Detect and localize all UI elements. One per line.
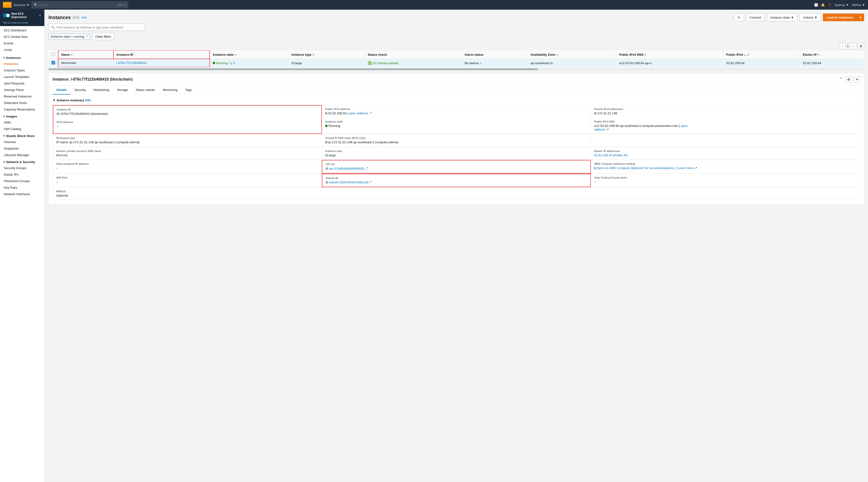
copy-icon[interactable]: ⧉ (594, 112, 596, 115)
instance-type-cell: t3.large (288, 59, 365, 67)
elastic-ip-link[interactable]: 52.62.208.64 [Public IP] (594, 153, 627, 157)
pagination-next-button[interactable]: › (850, 43, 857, 49)
select-all-checkbox[interactable] (52, 53, 55, 56)
drag-handle[interactable]: ≡ (840, 76, 842, 83)
services-menu[interactable]: Services ▼ (13, 3, 30, 7)
row-checkbox[interactable] (52, 61, 55, 64)
optimizer-link[interactable]: Opt-in to AWS Compute Optimizer for reco… (596, 166, 675, 170)
sidebar-category-instances[interactable]: ▼ Instances (0, 54, 44, 61)
refresh-button[interactable]: ↻ (734, 13, 744, 21)
ip-sort-icon[interactable]: ▽ (747, 54, 749, 56)
column-preferences-button[interactable]: ⚙ (858, 43, 864, 49)
tab-tags[interactable]: Tags (181, 86, 196, 95)
sidebar-item-elastic-ips[interactable]: Elastic IPs (0, 171, 44, 178)
sidebar-item-spot-requests[interactable]: Spot Requests (0, 80, 44, 87)
copy-icon[interactable]: ⧉ (325, 141, 328, 144)
bell-icon[interactable]: 🔔 (821, 3, 825, 7)
sidebar-item-volumes[interactable]: Volumes (0, 139, 44, 145)
autoscaling-cell: Auto Scaling Group name – (591, 174, 860, 187)
detail-close-button[interactable]: ✕ (854, 76, 860, 83)
instance-search-box[interactable]: 🔍 (49, 24, 145, 31)
detail-gear-button[interactable]: ⚙ (845, 76, 852, 83)
user-menu[interactable]: Ntefua ▼ (852, 3, 865, 7)
sidebar-item-placement-groups[interactable]: Placement Groups (0, 178, 44, 184)
alarm-status-cell: No alarms + (462, 59, 528, 67)
launch-instances-dropdown[interactable]: ▼ (857, 13, 864, 21)
aws-logo[interactable] (3, 2, 11, 8)
pagination-prev-button[interactable]: ‹ (839, 43, 845, 49)
detail-grid-row6: IMDSv2 Optional (53, 187, 860, 200)
actions-button[interactable]: Actions ▼ (800, 13, 821, 21)
remove-filter-button[interactable]: ✕ (86, 35, 88, 38)
new-experience-toggle[interactable] (3, 13, 10, 18)
eip-sort-icon[interactable]: ▽ (817, 54, 819, 56)
instance-state-button[interactable]: Instance state ▼ (767, 13, 798, 21)
tab-status-checks[interactable]: Status checks (132, 86, 159, 95)
sidebar-item-events[interactable]: Events (0, 40, 44, 47)
scrollbar-thumb[interactable] (49, 68, 538, 70)
table-row[interactable]: blockchain i-076c77f122b468410 Running 🔍… (49, 59, 864, 67)
launch-instances-button[interactable]: Launch instances (823, 13, 857, 21)
global-search[interactable]: 🔍 [Alt+S] (32, 1, 128, 8)
sidebar-item-ec2-dashboard[interactable]: EC2 Dashboard (0, 27, 44, 33)
sidebar-item-instance-types[interactable]: Instance Types (0, 67, 44, 73)
help-icon[interactable]: ❓ (828, 3, 832, 7)
sidebar-item-key-pairs[interactable]: Key Pairs (0, 184, 44, 191)
tab-security[interactable]: Security (71, 86, 90, 95)
type-sort-icon[interactable]: ▽ (312, 54, 314, 56)
sidebar-item-amis[interactable]: AMIs (0, 119, 44, 126)
sidebar-item-savings-plans[interactable]: Savings Plans (0, 87, 44, 93)
tab-networking[interactable]: Networking (90, 86, 113, 95)
close-sidebar-button[interactable]: ✕ (39, 13, 41, 18)
sidebar-item-launch-templates[interactable]: Launch Templates (0, 73, 44, 80)
monitor-icon[interactable]: ⬜ (814, 3, 818, 7)
search-input[interactable] (39, 3, 117, 7)
sidebar-category-network-security[interactable]: ▼ Network & Security (0, 158, 44, 165)
col-header-instance-id: Instance ID (113, 51, 210, 59)
region-selector[interactable]: Sydney ▼ (834, 3, 849, 7)
copy-icon[interactable]: ⧉ (326, 180, 328, 184)
summary-info-link[interactable]: Info (85, 98, 91, 102)
sidebar-item-instances[interactable]: Instances (0, 61, 44, 67)
instance-search-input[interactable] (57, 26, 142, 29)
page-info-link[interactable]: Info (82, 16, 87, 19)
copy-icon[interactable]: ⧉ (325, 112, 328, 115)
sidebar-item-snapshots[interactable]: Snapshots (0, 145, 44, 152)
col-header-alarm: Alarm status (462, 51, 528, 59)
sidebar-item-dedicated-hosts[interactable]: Dedicated Hosts (0, 100, 44, 106)
tab-details[interactable]: Details (53, 86, 71, 95)
clear-filters-button[interactable]: Clear filters (92, 33, 114, 40)
learn-more-link[interactable]: Learn more (678, 166, 693, 170)
open-address-link2[interactable]: address (594, 128, 605, 131)
sidebar-item-reserved-instances[interactable]: Reserved Instances (0, 93, 44, 100)
tab-storage[interactable]: Storage (113, 86, 132, 95)
horizontal-scrollbar[interactable] (49, 68, 864, 70)
sidebar-category-ebs[interactable]: ▼ Elastic Block Store (0, 132, 44, 139)
az-sort-icon[interactable]: ▽ (556, 54, 558, 56)
copy-icon[interactable]: ⧉ (57, 112, 59, 116)
sidebar-item-ec2-global-view[interactable]: EC2 Global View (0, 33, 44, 40)
sidebar-item-ami-catalog[interactable]: AMI Catalog (0, 126, 44, 132)
sidebar-item-network-interfaces[interactable]: Network Interfaces (0, 191, 44, 197)
detail-grid-row2: Hostname type IP name: ip-172-31-21-146.… (53, 134, 860, 147)
tab-monitoring[interactable]: Monitoring (159, 86, 181, 95)
name-sort-icon[interactable]: ▽ (71, 54, 73, 56)
instance-summary-section[interactable]: ▼ Instance summary Info (53, 98, 860, 102)
col-header-elastic-ip: Elastic IP ▽ (800, 51, 864, 59)
chevron-down-icon: ▼ (791, 16, 794, 19)
sidebar-item-capacity-reservations[interactable]: Capacity Reservations (0, 106, 44, 113)
connect-button[interactable]: Connect (746, 13, 765, 21)
sidebar-category-images[interactable]: ▼ Images (0, 113, 44, 119)
copy-icon[interactable]: ⧉ (326, 167, 328, 170)
add-alarm-button[interactable]: + (479, 61, 482, 65)
open-dns-link[interactable]: open (681, 124, 688, 128)
sidebar-item-security-groups[interactable]: Security Groups (0, 165, 44, 171)
sidebar-item-lifecycle-manager[interactable]: Lifecycle Manager (0, 152, 44, 158)
vpc-id-link[interactable]: vpc-07ed5a54bd960462b (329, 167, 364, 170)
dns-sort-icon[interactable]: ▽ (644, 54, 646, 56)
subnet-id-link[interactable]: subnet-02e01844e2c662ca8 (329, 180, 369, 184)
instance-id-link[interactable]: i-076c77f122b468410 (117, 61, 147, 65)
open-address-link[interactable]: open address (349, 112, 368, 115)
state-sort-icon[interactable]: ▽ (235, 54, 237, 56)
sidebar-item-limits[interactable]: Limits (0, 47, 44, 53)
